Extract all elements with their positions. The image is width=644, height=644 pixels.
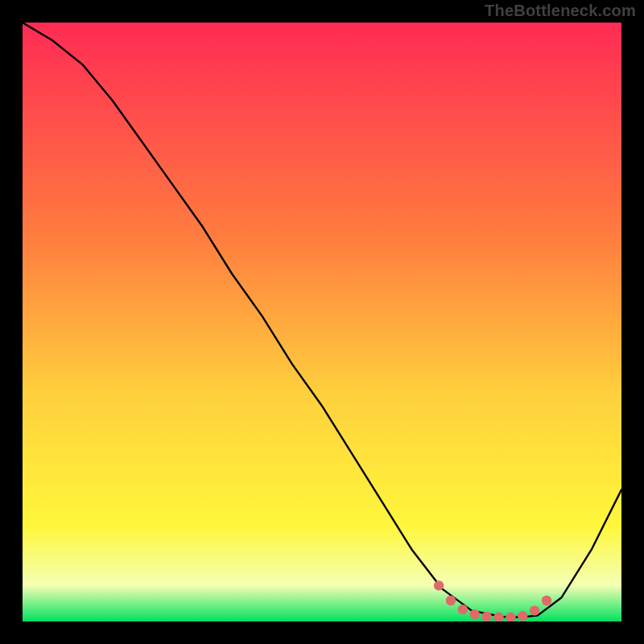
marker-dot <box>518 611 527 621</box>
marker-dot <box>481 612 491 621</box>
marker-dot <box>542 596 551 605</box>
marker-dot <box>446 596 456 605</box>
marker-dot <box>470 609 480 619</box>
chart-svg <box>23 23 621 621</box>
plot-area <box>23 23 621 621</box>
watermark-text: TheBottleneck.com <box>485 2 636 20</box>
gradient-background <box>23 23 621 621</box>
marker-dot <box>458 605 468 614</box>
marker-dot <box>530 605 539 615</box>
chart-stage: TheBottleneck.com <box>0 0 644 644</box>
marker-dot <box>434 580 444 590</box>
